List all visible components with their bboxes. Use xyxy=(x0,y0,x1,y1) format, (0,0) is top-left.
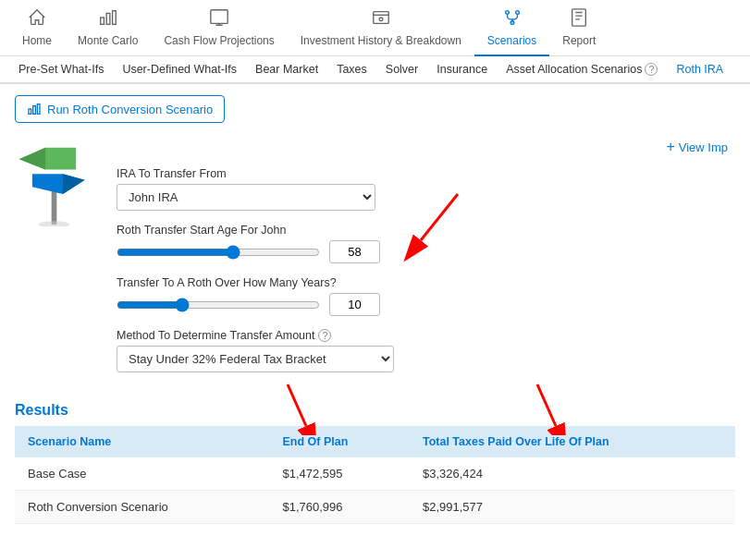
ira-transfer-field: IRA To Transfer From John IRA xyxy=(117,167,735,211)
transfer-years-label: Transfer To A Roth Over How Many Years? xyxy=(117,276,735,289)
nav-report[interactable]: Report xyxy=(549,0,609,56)
subnav-asset-allocation[interactable]: Asset Allocation Scenarios ? xyxy=(497,56,667,84)
nav-home[interactable]: Home xyxy=(9,0,65,56)
home-icon xyxy=(27,7,47,32)
logo-area xyxy=(15,143,98,229)
run-roth-conversion-button[interactable]: Run Roth Conversion Scenario xyxy=(15,95,225,123)
svg-rect-10 xyxy=(29,109,31,114)
investment-icon xyxy=(371,7,391,32)
sub-navigation: Pre-Set What-Ifs User-Defined What-Ifs B… xyxy=(0,56,750,84)
nav-cashflow[interactable]: Cash Flow Projections xyxy=(151,0,287,56)
results-table-header: Scenario Name End Of Plan Total Taxes Pa… xyxy=(15,426,735,457)
cashflow-icon xyxy=(209,7,229,32)
view-impact-button[interactable]: + View Imp xyxy=(658,134,735,160)
plus-icon: + xyxy=(666,139,674,155)
table-row: Base Case $1,472,595 $3,326,424 xyxy=(15,457,735,491)
svg-point-18 xyxy=(39,221,70,226)
svg-rect-13 xyxy=(52,191,57,225)
scenarios-icon xyxy=(502,7,523,32)
nav-scenarios[interactable]: Scenarios xyxy=(474,0,549,56)
form-fields: + View Imp IRA To Transfer From John IRA… xyxy=(117,134,735,385)
start-age-input[interactable] xyxy=(329,240,380,263)
subnav-roth-ira[interactable]: Roth IRA xyxy=(667,56,732,84)
svg-rect-3 xyxy=(211,10,227,24)
home-label: Home xyxy=(22,34,52,47)
ira-transfer-select[interactable]: John IRA xyxy=(117,184,375,211)
subnav-solver[interactable]: Solver xyxy=(376,56,427,84)
col-total-taxes: Total Taxes Paid Over Life Of Plan xyxy=(410,426,735,457)
transfer-years-slider[interactable] xyxy=(117,298,320,312)
results-table: Scenario Name End Of Plan Total Taxes Pa… xyxy=(15,426,735,524)
method-label: Method To Determine Transfer Amount ? xyxy=(117,329,735,342)
row1-end-of-plan: $1,472,595 xyxy=(269,457,409,491)
transfer-years-field: Transfer To A Roth Over How Many Years? xyxy=(117,276,735,316)
run-button-label: Run Roth Conversion Scenario xyxy=(47,103,213,116)
svg-point-5 xyxy=(379,18,383,21)
view-impact-label: View Imp xyxy=(679,140,728,154)
svg-rect-11 xyxy=(33,106,36,115)
svg-rect-12 xyxy=(37,104,40,115)
montecarlo-label: Monte Carlo xyxy=(78,34,138,47)
results-section: Results xyxy=(15,402,735,524)
top-navigation: Home Monte Carlo Cash Flow Projections I… xyxy=(0,0,750,56)
col-end-of-plan: End Of Plan xyxy=(269,426,409,457)
start-age-slider[interactable] xyxy=(117,245,320,260)
report-icon xyxy=(569,7,589,32)
method-select[interactable]: Stay Under 32% Federal Tax Bracket xyxy=(117,346,394,372)
row1-total-taxes: $3,326,424 xyxy=(410,457,735,491)
svg-marker-15 xyxy=(19,148,45,170)
col-scenario-name: Scenario Name xyxy=(15,426,269,457)
subnav-taxes[interactable]: Taxes xyxy=(327,56,376,84)
start-age-label: Roth Transfer Start Age For John xyxy=(117,224,735,237)
row2-end-of-plan: $1,760,996 xyxy=(269,491,409,524)
row2-scenario-name: Roth Conversion Scenario xyxy=(15,491,269,524)
svg-rect-0 xyxy=(100,18,104,24)
help-icon[interactable]: ? xyxy=(645,63,658,76)
subnav-preset-whatifs[interactable]: Pre-Set What-Ifs xyxy=(9,56,113,84)
svg-rect-9 xyxy=(572,9,586,26)
report-label: Report xyxy=(562,34,596,47)
results-title: Results xyxy=(15,402,735,419)
chart-bar-icon xyxy=(27,102,42,116)
table-row: Roth Conversion Scenario $1,760,996 $2,9… xyxy=(15,491,735,524)
row2-total-taxes: $2,991,577 xyxy=(410,491,735,524)
ira-transfer-label: IRA To Transfer From xyxy=(117,167,735,180)
nav-montecarlo[interactable]: Monte Carlo xyxy=(65,0,151,56)
svg-marker-17 xyxy=(63,174,85,194)
investment-label: Investment History & Breakdown xyxy=(301,34,461,47)
start-age-field: Roth Transfer Start Age For John xyxy=(117,224,735,263)
scenarios-label: Scenarios xyxy=(487,34,536,47)
svg-point-6 xyxy=(505,11,509,15)
svg-rect-2 xyxy=(112,11,116,25)
svg-point-7 xyxy=(515,11,519,15)
subnav-bear-market[interactable]: Bear Market xyxy=(246,56,327,84)
subnav-insurance[interactable]: Insurance xyxy=(427,56,497,84)
signpost-graphic xyxy=(15,143,93,226)
nav-investment[interactable]: Investment History & Breakdown xyxy=(288,0,474,56)
main-content: Run Roth Conversion Scenario xyxy=(0,84,750,535)
row1-scenario-name: Base Case xyxy=(15,457,269,491)
method-help-icon[interactable]: ? xyxy=(318,329,331,342)
svg-rect-1 xyxy=(106,13,110,24)
transfer-years-input[interactable] xyxy=(329,293,380,316)
method-field: Method To Determine Transfer Amount ? St… xyxy=(117,329,735,372)
cashflow-label: Cash Flow Projections xyxy=(164,34,274,47)
results-table-container: Scenario Name End Of Plan Total Taxes Pa… xyxy=(15,426,735,524)
montecarlo-icon xyxy=(98,7,118,32)
subnav-userdefined-whatifs[interactable]: User-Defined What-Ifs xyxy=(113,56,246,84)
